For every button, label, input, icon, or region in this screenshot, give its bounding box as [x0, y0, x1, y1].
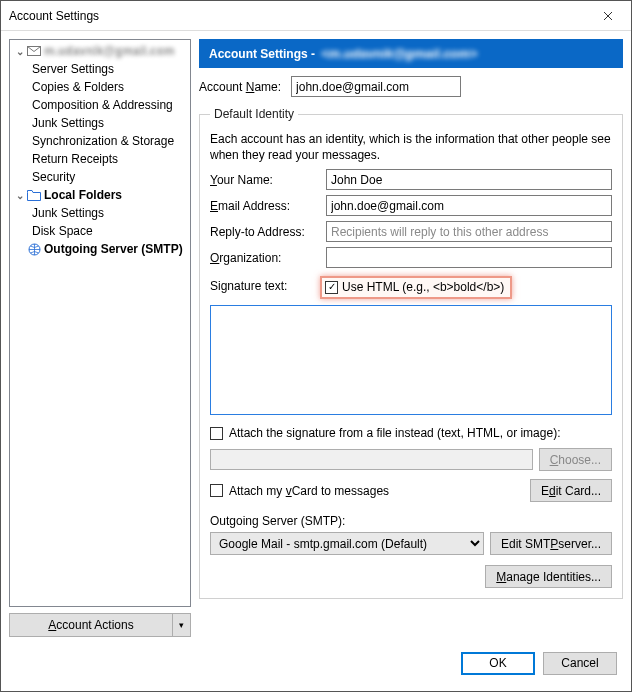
- manage-identities-button[interactable]: Manage Identities...: [485, 565, 612, 588]
- chevron-down-icon[interactable]: ⌄: [14, 190, 26, 201]
- tree-item-local-diskspace[interactable]: Disk Space: [10, 222, 190, 240]
- default-identity-group: Default Identity Each account has an ide…: [199, 107, 623, 599]
- attach-signature-file-label[interactable]: Attach the signature from a file instead…: [229, 426, 560, 440]
- content-pane: Account Settings - <m.udavnik@gmail.com>…: [199, 39, 623, 637]
- tree-account-label: m.udavnik@gmail.com: [44, 44, 174, 58]
- ok-button[interactable]: OK: [461, 652, 535, 675]
- tree-local-folders-label: Local Folders: [44, 188, 122, 202]
- tree-item-copies-folders[interactable]: Copies & Folders: [10, 78, 190, 96]
- your-name-label: Your Name:: [210, 173, 320, 187]
- tree-outgoing-label: Outgoing Server (SMTP): [44, 242, 183, 256]
- smtp-server-select[interactable]: Google Mail - smtp.gmail.com (Default): [210, 532, 484, 555]
- signature-textarea[interactable]: [210, 305, 612, 415]
- account-name-input[interactable]: [291, 76, 461, 97]
- use-html-highlight: ✓ Use HTML (e.g., <b>bold</b>): [320, 276, 512, 299]
- attach-signature-file-checkbox[interactable]: [210, 427, 223, 440]
- account-settings-window: Account Settings ⌄ m.udavnik@gmail.com S…: [0, 0, 632, 692]
- reply-to-label: Reply-to Address:: [210, 225, 320, 239]
- titlebar: Account Settings: [1, 1, 631, 31]
- attach-vcard-label[interactable]: Attach my vCard to messages: [229, 484, 389, 498]
- accounts-tree[interactable]: ⌄ m.udavnik@gmail.com Server Settings Co…: [9, 39, 191, 607]
- folder-icon: [26, 190, 42, 201]
- chevron-down-icon[interactable]: ⌄: [14, 46, 26, 57]
- close-icon: [603, 11, 613, 21]
- account-actions-button[interactable]: Account Actions ▾: [9, 613, 191, 637]
- globe-icon: [26, 243, 42, 256]
- edit-smtp-server-button[interactable]: Edit SMTP server...: [490, 532, 612, 555]
- signature-file-path-field: [210, 449, 533, 470]
- your-name-input[interactable]: [326, 169, 612, 190]
- edit-card-button[interactable]: Edit Card...: [530, 479, 612, 502]
- content-header-title: Account Settings -: [209, 47, 315, 61]
- tree-item-junk-settings[interactable]: Junk Settings: [10, 114, 190, 132]
- tree-account-root[interactable]: ⌄ m.udavnik@gmail.com: [10, 42, 190, 60]
- account-name-label: Account Name:: [199, 80, 281, 94]
- dialog-footer: OK Cancel: [1, 645, 631, 691]
- organization-label: Organization:: [210, 251, 320, 265]
- reply-to-input[interactable]: [326, 221, 612, 242]
- window-close-button[interactable]: [585, 1, 631, 31]
- sidebar: ⌄ m.udavnik@gmail.com Server Settings Co…: [9, 39, 191, 637]
- organization-input[interactable]: [326, 247, 612, 268]
- cancel-button[interactable]: Cancel: [543, 652, 617, 675]
- tree-item-sync-storage[interactable]: Synchronization & Storage: [10, 132, 190, 150]
- default-identity-legend: Default Identity: [210, 107, 298, 121]
- window-title: Account Settings: [9, 9, 585, 23]
- content-header: Account Settings - <m.udavnik@gmail.com>: [199, 39, 623, 68]
- choose-file-button[interactable]: Choose...: [539, 448, 612, 471]
- tree-local-folders[interactable]: ⌄ Local Folders: [10, 186, 190, 204]
- tree-item-return-receipts[interactable]: Return Receipts: [10, 150, 190, 168]
- identity-description: Each account has an identity, which is t…: [210, 131, 612, 163]
- attach-vcard-checkbox[interactable]: [210, 484, 223, 497]
- tree-item-local-junk[interactable]: Junk Settings: [10, 204, 190, 222]
- content-header-account: <m.udavnik@gmail.com>: [321, 46, 477, 61]
- smtp-label: Outgoing Server (SMTP):: [210, 514, 345, 528]
- tree-outgoing-server[interactable]: ⌄ Outgoing Server (SMTP): [10, 240, 190, 258]
- mail-icon: [26, 46, 42, 56]
- account-actions-label: Account Actions: [48, 618, 133, 632]
- email-input[interactable]: [326, 195, 612, 216]
- tree-item-server-settings[interactable]: Server Settings: [10, 60, 190, 78]
- tree-item-composition-addressing[interactable]: Composition & Addressing: [10, 96, 190, 114]
- dropdown-arrow-icon[interactable]: ▾: [173, 613, 191, 637]
- tree-item-security[interactable]: Security: [10, 168, 190, 186]
- use-html-label[interactable]: Use HTML (e.g., <b>bold</b>): [342, 280, 504, 294]
- email-label: Email Address:: [210, 199, 320, 213]
- signature-text-label: Signature text:: [210, 276, 320, 293]
- use-html-checkbox[interactable]: ✓: [325, 281, 338, 294]
